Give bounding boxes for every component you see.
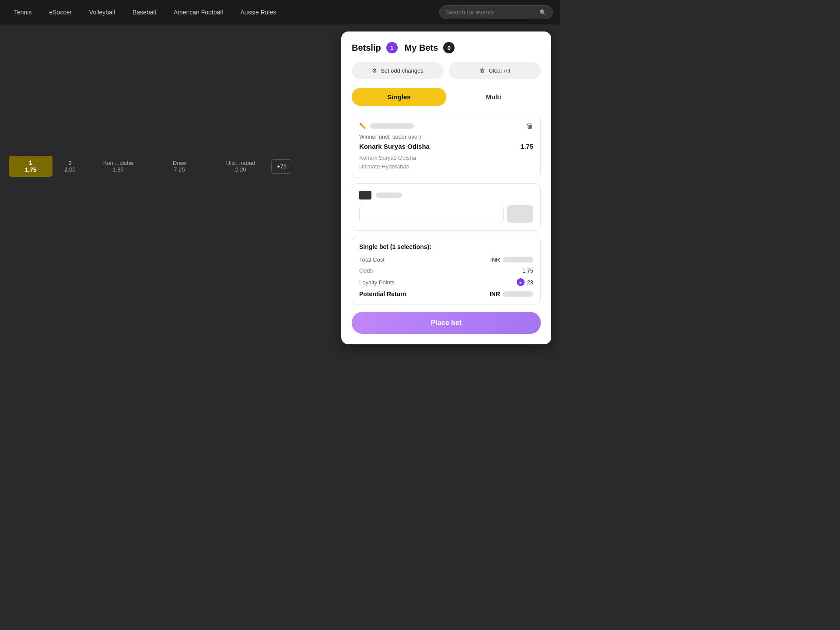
bet-card: ✏️ 🗑 Winner (incl. super over) Konark Su… — [352, 115, 541, 178]
content-area: 1 1.75 2 2.00 Kon ...disha 1.85 Draw 7.2… — [0, 24, 560, 420]
odds-value: 1.75 — [522, 267, 533, 274]
bet-tabs: Singles Multi — [352, 88, 541, 106]
stake-icon — [359, 191, 371, 200]
loyalty-label: Loyalty Points — [359, 279, 395, 286]
top-navigation: Tennis eSoccer Volleyball Baseball Ameri… — [0, 0, 560, 24]
tab-multi[interactable]: Multi — [446, 88, 541, 106]
total-cost-bar — [503, 257, 533, 262]
trash-icon: 🗑 — [480, 67, 485, 74]
stake-redacted — [376, 192, 402, 198]
bet-summary: Single bet (1 selections): Total Cost IN… — [352, 236, 541, 305]
bet-cell-1[interactable]: 1 1.75 — [9, 156, 52, 177]
bet-card-header: ✏️ 🗑 — [359, 122, 533, 130]
clear-all-label: Clear All — [489, 67, 510, 74]
nav-american-football[interactable]: American Football — [167, 5, 230, 19]
bet-selection-name: Konark Suryas Odisha — [359, 143, 430, 150]
bet-selection-row: Konark Suryas Odisha 1.75 — [359, 143, 533, 150]
my-bets-badge: 0 — [443, 42, 455, 53]
search-icon — [539, 8, 546, 16]
stake-value-box — [507, 205, 533, 223]
potential-return-bar — [503, 291, 533, 297]
clear-all-button[interactable]: 🗑 Clear All — [449, 62, 541, 79]
betslip-header: Betslip 1 My Bets 0 — [352, 42, 541, 53]
total-cost-currency: INR — [490, 256, 500, 263]
stake-input[interactable] — [359, 205, 504, 223]
loyalty-points: 23 — [527, 279, 533, 286]
potential-return-value: INR — [490, 290, 533, 298]
nav-esoccer[interactable]: eSoccer — [42, 5, 78, 19]
tab-singles[interactable]: Singles — [352, 88, 446, 106]
more-markets-button[interactable]: +79 — [271, 159, 292, 174]
bet-cell-team2[interactable]: Ultir...rabad 2.20 — [210, 156, 271, 176]
bet-card-left: ✏️ — [359, 122, 414, 130]
set-odd-changes-button[interactable]: ⚙ Set odd changes — [352, 62, 444, 79]
potential-return-row: Potential Return INR — [359, 290, 533, 298]
redacted-info-bar — [370, 123, 414, 129]
stake-card — [352, 183, 541, 231]
set-odd-changes-label: Set odd changes — [381, 67, 424, 74]
betslip-badge: 1 — [386, 42, 398, 53]
bet-team1: Konark Suryas Odisha — [359, 154, 533, 162]
my-bets-label: My Bets — [405, 43, 438, 53]
delete-bet-icon[interactable]: 🗑 — [526, 122, 533, 130]
nav-aussie-rules[interactable]: Aussie Rules — [234, 5, 284, 19]
total-cost-label: Total Cost — [359, 256, 385, 263]
action-buttons: ⚙ Set odd changes 🗑 Clear All — [352, 62, 541, 79]
odds-row: Odds 1.75 — [359, 267, 533, 274]
betslip-panel: Betslip 1 My Bets 0 ⚙ Set odd changes 🗑 … — [341, 32, 551, 344]
stake-header — [359, 191, 533, 200]
search-bar — [439, 5, 553, 19]
total-cost-value: INR — [490, 256, 533, 263]
bet-team2: Ultimate Hyderabad — [359, 162, 533, 171]
potential-return-currency: INR — [490, 290, 500, 298]
place-bet-button[interactable]: Place bet — [352, 312, 541, 334]
total-cost-row: Total Cost INR — [359, 256, 533, 263]
loyalty-value: ● 23 — [517, 278, 533, 286]
nav-tennis[interactable]: Tennis — [7, 5, 38, 19]
pencil-icon: ✏️ — [359, 122, 367, 130]
bet-odds: 1.75 — [521, 143, 533, 150]
bet-cell-2[interactable]: 2 2.00 — [52, 156, 88, 176]
stake-input-row — [359, 205, 533, 223]
summary-title: Single bet (1 selections): — [359, 243, 533, 250]
nav-volleyball[interactable]: Volleyball — [82, 5, 122, 19]
bet-teams: Konark Suryas Odisha Ultimate Hyderabad — [359, 154, 533, 171]
odds-label: Odds — [359, 267, 373, 274]
bet-type-label: Winner (incl. super over) — [359, 133, 533, 140]
search-input[interactable] — [446, 9, 536, 16]
nav-baseball[interactable]: Baseball — [126, 5, 163, 19]
bet-cell-team1[interactable]: Kon ...disha 1.85 — [88, 156, 149, 176]
bet-cell-draw[interactable]: Draw 7.25 — [149, 156, 210, 176]
loyalty-row: Loyalty Points ● 23 — [359, 278, 533, 286]
potential-return-label: Potential Return — [359, 290, 406, 298]
gear-icon: ⚙ — [372, 67, 377, 74]
betslip-title: Betslip — [352, 43, 381, 53]
loyalty-badge: ● — [517, 278, 525, 286]
